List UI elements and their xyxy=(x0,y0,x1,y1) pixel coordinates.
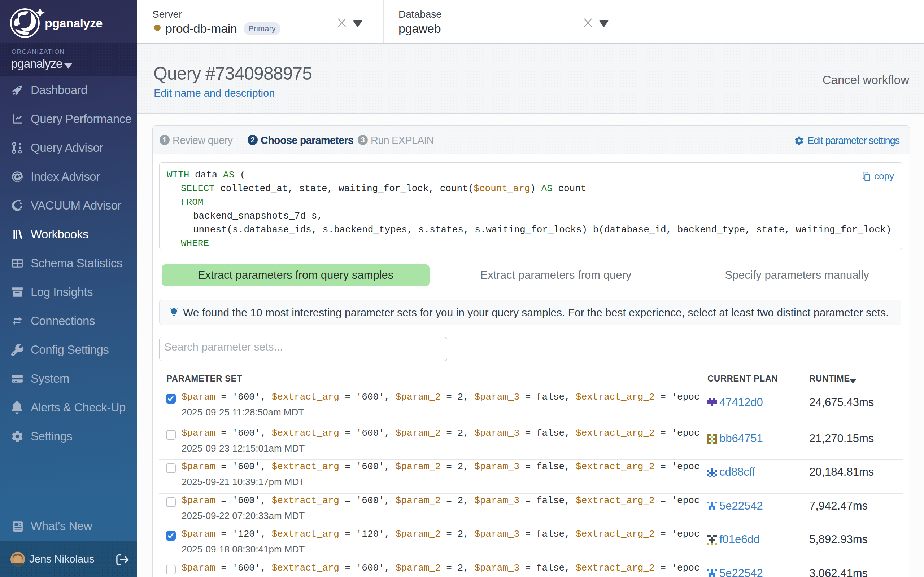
svg-text:pganalyze: pganalyze xyxy=(45,16,102,30)
